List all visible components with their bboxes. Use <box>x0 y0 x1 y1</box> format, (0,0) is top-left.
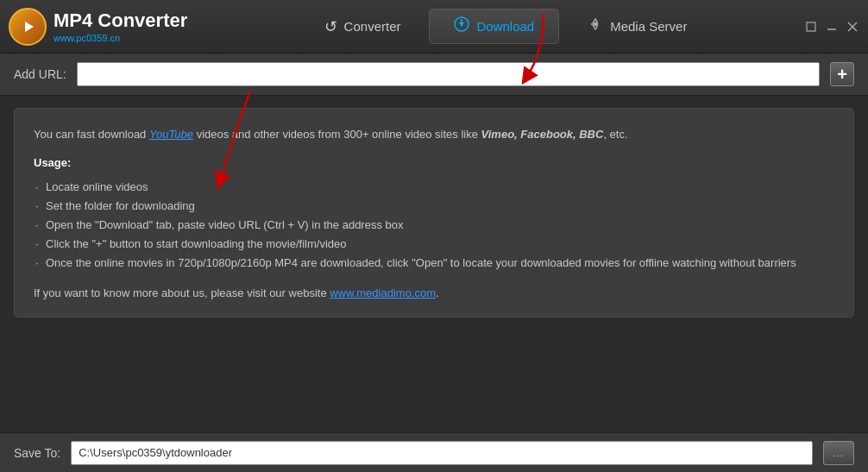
close-button[interactable] <box>846 20 859 34</box>
main-content: You can fast download YouTube videos and… <box>0 96 868 342</box>
intro-paragraph: You can fast download YouTube videos and… <box>34 126 834 144</box>
app-title: MP4 Converter <box>53 9 187 32</box>
footer-after: . <box>436 286 439 299</box>
tab-converter-label: Converter <box>344 19 401 34</box>
list-item: Click the "+" button to start downloadin… <box>34 235 834 254</box>
logo-area: MP4 Converter www.pc0359.cn <box>9 8 207 46</box>
svg-marker-0 <box>25 22 34 32</box>
save-path-input[interactable] <box>71 441 813 465</box>
list-item: Locate online videos <box>34 178 834 197</box>
list-item: Set the folder for downloading <box>34 197 834 216</box>
svg-marker-2 <box>459 22 464 27</box>
browse-button[interactable]: ... <box>823 441 854 465</box>
url-bar-area: Add URL: + <box>0 53 868 96</box>
website-url[interactable]: www.mediadimo.com <box>330 286 436 299</box>
nav-tabs: ↺ Converter Download Media Serve <box>207 9 804 44</box>
svg-rect-5 <box>807 22 815 31</box>
window-controls <box>804 20 859 34</box>
restore-button[interactable] <box>804 20 818 34</box>
title-bar: MP4 Converter www.pc0359.cn ↺ Converter … <box>0 0 868 53</box>
tab-media-server-label: Media Server <box>610 19 687 34</box>
app-subtitle: www.pc0359.cn <box>53 33 187 43</box>
usage-list: Locate online videos Set the folder for … <box>34 178 834 273</box>
tab-converter[interactable]: ↺ Converter <box>300 10 425 43</box>
tab-download-label: Download <box>476 19 534 34</box>
intro-text-before: You can fast download <box>34 128 149 141</box>
footer-before: If you want to know more about us, pleas… <box>34 286 330 299</box>
usage-title: Usage: <box>34 156 834 169</box>
app-logo <box>9 8 47 46</box>
youtube-link[interactable]: YouTube <box>149 128 193 141</box>
tab-download[interactable]: Download <box>429 9 559 44</box>
tab-media-server[interactable]: Media Server <box>563 9 711 43</box>
site-names: Vimeo, Facebook, BBC <box>481 128 604 141</box>
list-item: Open the "Download" tab, paste video URL… <box>34 216 834 235</box>
download-tab-icon <box>454 16 469 36</box>
info-box: You can fast download YouTube videos and… <box>14 108 854 318</box>
svg-point-4 <box>594 22 597 26</box>
media-server-icon <box>588 16 603 36</box>
save-label: Save To: <box>14 446 60 460</box>
list-item: Once the online movies in 720p/1080p/216… <box>34 254 834 273</box>
url-input[interactable] <box>77 62 820 86</box>
footer-text: If you want to know more about us, pleas… <box>34 286 834 299</box>
logo-text-area: MP4 Converter www.pc0359.cn <box>53 9 187 42</box>
save-bar: Save To: ... <box>0 432 868 472</box>
arrow-annotation-2 <box>207 86 276 190</box>
minimize-button[interactable] <box>825 20 839 34</box>
intro-text-end: , etc. <box>603 128 627 141</box>
converter-icon: ↺ <box>324 17 337 36</box>
add-url-button[interactable]: + <box>830 62 854 86</box>
url-label: Add URL: <box>14 67 66 81</box>
